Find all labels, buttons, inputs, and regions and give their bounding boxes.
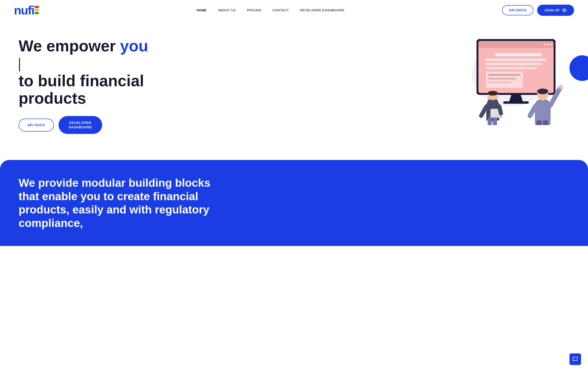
svg-line-23	[481, 107, 486, 116]
nav-item-home[interactable]: HOME	[197, 8, 207, 12]
svg-rect-30	[543, 120, 548, 125]
arrow-icon: ➤	[562, 8, 567, 12]
logo-block-red	[35, 6, 39, 8]
hero-dev-dashboard-line2: DASHBOARD	[69, 125, 92, 129]
nav-links: HOME ABOUT US PRICING CONTACT DEVELOPER …	[197, 8, 344, 12]
logo-block-yellow	[35, 9, 39, 11]
svg-point-33	[558, 85, 563, 89]
hero-title-suffix: to build financial products	[19, 72, 144, 107]
logo-stack	[35, 6, 39, 14]
svg-rect-13	[488, 81, 511, 83]
nav-actions: API DOCS SIGN UP ➤	[502, 5, 574, 16]
svg-point-28	[537, 88, 548, 94]
svg-marker-14	[509, 95, 523, 102]
nav-link-dev-dashboard[interactable]: DEVELOPER DASHBOARD	[300, 8, 344, 12]
sign-up-button[interactable]: SIGN UP ➤	[537, 5, 574, 16]
nav-item-about[interactable]: ABOUT US	[218, 8, 236, 12]
hero-dev-dashboard-line1: DEVELOPER	[69, 121, 91, 125]
hero-api-docs-button[interactable]: API DOCS	[19, 119, 54, 131]
svg-point-5	[550, 43, 552, 45]
api-docs-button[interactable]: API DOCS	[502, 5, 534, 15]
svg-line-24	[499, 107, 501, 113]
svg-rect-15	[503, 101, 529, 104]
hero-dev-dashboard-button[interactable]: DEVELOPER DASHBOARD	[59, 116, 102, 134]
sign-up-label: SIGN UP	[545, 8, 560, 12]
nav-item-dev-dashboard[interactable]: DEVELOPER DASHBOARD	[300, 8, 344, 12]
svg-line-32	[530, 107, 535, 116]
hero-buttons: API DOCS DEVELOPER DASHBOARD	[19, 116, 149, 134]
monitor-svg	[462, 37, 569, 125]
nav-item-pricing[interactable]: PRICING	[247, 8, 261, 12]
hero-section: We empower you to build financial produc…	[0, 21, 588, 155]
svg-point-18	[488, 91, 498, 96]
svg-rect-6	[495, 53, 542, 56]
svg-rect-9	[486, 67, 537, 69]
navbar: nufi HOME ABOUT US PRICING CONTACT DEVEL…	[0, 0, 588, 21]
nav-link-contact[interactable]: CONTACT	[273, 8, 289, 12]
bottom-section-text: We provide modular building blocks that …	[19, 176, 228, 230]
svg-rect-11	[488, 74, 521, 76]
hero-content: We empower you to build financial produc…	[19, 37, 149, 134]
logo[interactable]: nufi	[14, 4, 39, 16]
svg-rect-20	[493, 118, 497, 125]
svg-point-4	[547, 43, 549, 45]
svg-rect-12	[488, 78, 516, 79]
svg-rect-2	[478, 41, 554, 48]
svg-rect-19	[488, 118, 492, 125]
svg-rect-8	[486, 63, 542, 65]
nav-link-about[interactable]: ABOUT US	[218, 8, 236, 12]
hero-title-highlight: you	[120, 37, 148, 55]
svg-point-3	[544, 43, 546, 45]
svg-rect-29	[536, 120, 542, 125]
logo-block-green	[35, 12, 39, 14]
nav-item-contact[interactable]: CONTACT	[273, 8, 289, 12]
hero-title-prefix: We empower	[19, 37, 120, 55]
nav-link-home[interactable]: HOME	[197, 8, 207, 12]
svg-rect-22	[490, 117, 503, 118]
bottom-section: We provide modular building blocks that …	[0, 160, 588, 246]
nav-link-pricing[interactable]: PRICING	[247, 8, 261, 12]
hero-title: We empower you to build financial produc…	[19, 37, 149, 107]
hero-illustration	[462, 37, 574, 134]
cursor	[19, 58, 20, 71]
logo-text: nufi	[14, 4, 34, 16]
svg-rect-7	[486, 59, 546, 61]
